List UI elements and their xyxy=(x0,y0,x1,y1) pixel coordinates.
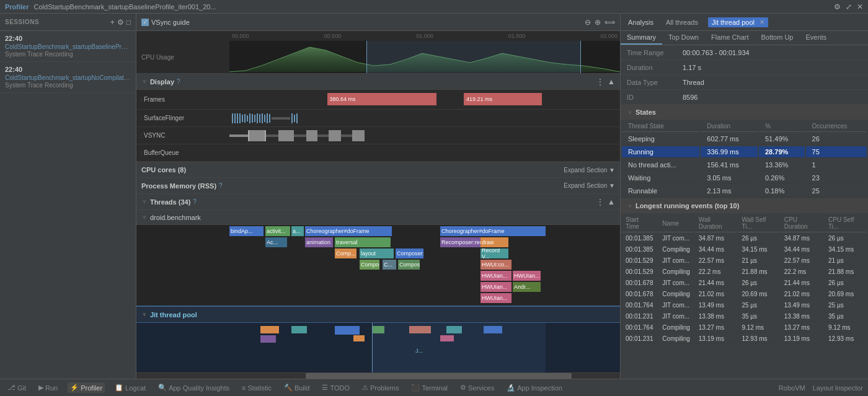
session-item-0[interactable]: 22:40 ColdStartupBenchmark_startupBaseli… xyxy=(0,31,136,62)
frames-bar-1[interactable]: 380.64 ms xyxy=(327,93,436,105)
trace-content[interactable]: ▼ Display ? ⋮ ▲ ⋮⋮ Frames 380.64 ms 419.… xyxy=(136,74,620,372)
event-row-5[interactable]: 00:01.678Compiling21.02 ms20.69 ms21.02 … xyxy=(622,289,867,299)
display-more-icon[interactable]: ⋮ xyxy=(596,77,604,86)
frames-bar-2[interactable]: 419.21 ms xyxy=(464,93,542,105)
bottom-terminal[interactable]: ⬛ Terminal xyxy=(409,382,450,393)
event-row-6[interactable]: 00:01.764JIT com...13.49 ms25 µs13.49 ms… xyxy=(622,301,867,310)
flame-traversal1[interactable]: traversal xyxy=(335,237,391,247)
scrollbar-thumb[interactable] xyxy=(306,373,572,379)
settings-session-icon[interactable]: ⚙ xyxy=(117,18,124,27)
zoom-out-icon[interactable]: ⊖ xyxy=(585,18,591,27)
bottom-git[interactable]: ⎇ Git xyxy=(5,382,29,393)
event-row-4[interactable]: 00:01.678JIT com...21.44 ms26 µs21.44 ms… xyxy=(622,278,867,288)
threads-more-icon[interactable]: ⋮ xyxy=(596,198,604,206)
bq-canvas[interactable] xyxy=(229,144,620,161)
events-section-header[interactable]: ▼ Longest running events (top 10) xyxy=(621,198,868,213)
close-icon[interactable]: ✕ xyxy=(857,2,863,11)
threads-minimize-icon[interactable]: ▲ xyxy=(608,198,615,206)
droid-flame-area[interactable]: bindAp... activit... a... Choreographer#… xyxy=(136,225,620,306)
flame-compose2[interactable]: Compose... xyxy=(398,260,420,270)
layout-inspector-label[interactable]: Layout Inspector xyxy=(813,384,863,392)
vsync-checkbox[interactable]: ✓ VSync guide xyxy=(141,19,190,26)
robovm-label[interactable]: RoboVM xyxy=(779,384,805,392)
flame-composef[interactable]: Compos... xyxy=(360,260,379,270)
collapse-session-icon[interactable]: □ xyxy=(126,18,131,27)
droid-benchmark-header[interactable]: ▼ droid.benchmark xyxy=(136,210,620,225)
jit-tab-close[interactable]: ✕ xyxy=(760,19,764,25)
flame-hwuian2[interactable]: HWUIan... xyxy=(480,282,512,292)
sf-drag-handle[interactable]: ⋮⋮ xyxy=(136,115,141,121)
event-row-3[interactable]: 00:01.529Compiling22.2 ms21.88 ms22.2 ms… xyxy=(622,267,867,277)
flame-ac[interactable]: Ac... xyxy=(265,237,287,247)
bottom-run[interactable]: ▶ Run xyxy=(36,382,60,393)
analysis-btn[interactable]: Analysis xyxy=(626,17,656,27)
bottom-statistic[interactable]: ≡ Statistic xyxy=(239,383,274,393)
zoom-in-icon[interactable]: ⊕ xyxy=(595,18,601,27)
state-row-no-thread[interactable]: No thread acti... 156.41 ms 13.36% 1 xyxy=(622,159,867,171)
jit-tab[interactable]: Jit thread pool ✕ xyxy=(708,17,768,27)
add-session-icon[interactable]: + xyxy=(110,18,115,27)
process-memory-expand-btn[interactable]: Expand Section ▼ xyxy=(564,182,615,189)
event-row-9[interactable]: 00:01.231Compiling13.19 ms12.93 ms13.19 … xyxy=(622,334,867,344)
flame-comp1[interactable]: Comp... xyxy=(335,249,356,258)
flame-composerf[interactable]: Composer:f... xyxy=(396,249,423,258)
bottom-problems[interactable]: ⚠ Problems xyxy=(360,382,401,393)
events-collapse-icon[interactable]: ▼ xyxy=(627,203,633,209)
cpu-cores-header[interactable]: CPU cores (8) Expand Section ▼ xyxy=(136,162,620,178)
event-row-2[interactable]: 00:01.529JIT com...22.57 ms21 µs22.57 ms… xyxy=(622,256,867,266)
session-item-1[interactable]: 22:40 ColdStartupBenchmark_startupNoComp… xyxy=(0,62,136,93)
flame-hwuian1[interactable]: HWUIan... xyxy=(480,271,512,281)
flame-choreographer2[interactable]: Choreographer#doFrame xyxy=(440,226,546,236)
states-section-header[interactable]: ▼ States xyxy=(621,105,868,120)
threads-header[interactable]: ▼ Threads (34) ? ⋮ ▲ xyxy=(136,194,620,210)
flame-bindap[interactable]: bindAp... xyxy=(229,226,264,236)
event-row-0[interactable]: 00:01.385JIT com...34.87 ms26 µs34.87 ms… xyxy=(622,234,867,244)
display-collapse-icon[interactable]: ▼ xyxy=(141,78,148,85)
flame-a[interactable]: a... xyxy=(291,226,304,236)
bottom-app-quality[interactable]: 🔍 App Quality Insights xyxy=(156,382,232,393)
state-row-waiting[interactable]: Waiting 3.05 ms 0.26% 23 xyxy=(622,172,867,184)
flame-animation[interactable]: animation xyxy=(305,237,333,247)
flame-layout[interactable]: layout xyxy=(360,249,394,258)
flame-choreographer1[interactable]: Choreographer#doFrame xyxy=(305,226,392,236)
threads-help[interactable]: ? xyxy=(193,198,197,205)
bottom-services[interactable]: ⚙ Services xyxy=(458,382,497,393)
bottom-app-inspection[interactable]: 🔬 App Inspection xyxy=(504,382,565,393)
flame-hwuian3[interactable]: HWUIan... xyxy=(480,293,512,303)
bottom-logcat[interactable]: 📋 Logcat xyxy=(112,382,148,393)
expand-icon[interactable]: ⤢ xyxy=(846,2,852,11)
event-row-7[interactable]: 00:01.231JIT com...13.38 ms35 µs13.38 ms… xyxy=(622,312,867,322)
display-section-header[interactable]: ▼ Display ? ⋮ ▲ xyxy=(136,74,620,90)
fit-icon[interactable]: ⟺ xyxy=(604,18,615,27)
threads-collapse-icon[interactable]: ▼ xyxy=(141,198,148,205)
tab-bottom-up[interactable]: Bottom Up xyxy=(755,31,800,45)
tab-events[interactable]: Events xyxy=(799,31,833,45)
flame-activit[interactable]: activit... xyxy=(265,226,290,236)
flame-recordv[interactable]: Record V... xyxy=(480,249,508,258)
bottom-profiler[interactable]: ⚡ Profiler xyxy=(68,382,105,393)
vsync-drag-handle[interactable]: ⋮⋮ xyxy=(136,133,141,138)
display-minimize-icon[interactable]: ▲ xyxy=(608,77,615,86)
frames-drag-handle[interactable]: ⋮⋮ xyxy=(136,97,141,102)
bq-drag-handle[interactable]: ⋮⋮ xyxy=(136,150,141,156)
cpu-cores-expand-btn[interactable]: Expand Section ▼ xyxy=(564,167,615,174)
event-row-1[interactable]: 00:01.385Compiling34.44 ms34.15 ms34.44 … xyxy=(622,245,867,255)
vsync-check-icon[interactable]: ✓ xyxy=(141,19,149,26)
display-help-icon[interactable]: ? xyxy=(177,78,180,85)
tab-top-down[interactable]: Top Down xyxy=(662,31,705,45)
flame-andr[interactable]: Andr... xyxy=(513,282,541,292)
jit-vis-area[interactable]: J... xyxy=(136,323,620,372)
flame-c[interactable]: C... xyxy=(383,260,396,270)
settings-icon[interactable]: ⚙ xyxy=(834,2,841,11)
frames-canvas[interactable]: 380.64 ms 419.21 ms xyxy=(229,90,620,109)
states-collapse-icon[interactable]: ▼ xyxy=(627,109,633,116)
timeline-scrollbar[interactable] xyxy=(136,372,620,379)
tab-flame-chart[interactable]: Flame Chart xyxy=(705,31,755,45)
jit-header[interactable]: ▼ Jit thread pool xyxy=(136,307,620,323)
state-row-runnable[interactable]: Runnable 2.13 ms 0.18% 25 xyxy=(622,185,867,197)
all-threads-btn[interactable]: All threads xyxy=(663,17,701,27)
process-memory-header[interactable]: Process Memory (RSS) ? Expand Section ▼ xyxy=(136,178,620,194)
flame-recomposer[interactable]: Recomposer:recomp... xyxy=(440,237,480,247)
sf-canvas[interactable] xyxy=(229,110,620,126)
bottom-todo[interactable]: ☰ TODO xyxy=(319,382,352,393)
